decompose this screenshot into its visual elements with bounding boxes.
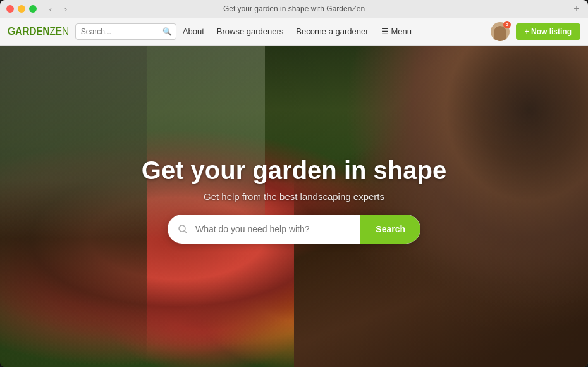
svg-line-1 <box>185 231 187 233</box>
nav-right: 5 + Now listing <box>491 22 580 41</box>
nav-become-gardener[interactable]: Become a gardener <box>296 27 368 36</box>
browser-navbar: GARDENZEN 🔍 About Browse gardeners Becom… <box>0 18 588 46</box>
site-logo[interactable]: GARDENZEN <box>8 26 69 37</box>
hero-search-bar: Search <box>168 215 420 244</box>
hero-search-button[interactable]: Search <box>360 215 420 244</box>
nav-arrows: ‹ › <box>44 4 72 14</box>
nav-menu[interactable]: ☰ Menu <box>381 27 412 36</box>
forward-arrow[interactable]: › <box>59 4 72 14</box>
nav-search-input[interactable] <box>75 23 176 40</box>
nav-search-wrap: 🔍 <box>75 23 176 40</box>
nav-browse-gardeners[interactable]: Browse gardeners <box>217 27 284 36</box>
nav-search-icon: 🔍 <box>162 27 172 36</box>
hero-search-input[interactable] <box>195 224 360 234</box>
maximize-button[interactable] <box>29 5 37 13</box>
hero-section: Get your garden in shape Get help from t… <box>0 46 588 367</box>
new-listing-button[interactable]: + Now listing <box>516 23 580 40</box>
hero-subtitle: Get help from the best landscaping exper… <box>204 191 384 202</box>
hero-title: Get your garden in shape <box>142 156 446 185</box>
minimize-button[interactable] <box>18 5 25 13</box>
notification-badge: 5 <box>503 21 511 28</box>
add-tab-button[interactable]: + <box>572 4 582 14</box>
nav-links: About Browse gardeners Become a gardener… <box>183 27 484 36</box>
close-button[interactable] <box>6 5 14 13</box>
traffic-lights <box>6 5 37 13</box>
menu-icon: ☰ <box>381 27 389 36</box>
logo-part2: ZEN <box>49 26 69 37</box>
hero-content: Get your garden in shape Get help from t… <box>0 46 588 367</box>
title-bar: ‹ › Get your garden in shape with Garden… <box>0 0 588 18</box>
user-avatar-wrap[interactable]: 5 <box>491 22 510 41</box>
logo-part1: GARDEN <box>8 26 49 37</box>
window: ‹ › Get your garden in shape with Garden… <box>0 0 588 367</box>
avatar-figure <box>494 26 506 41</box>
nav-about[interactable]: About <box>183 27 204 36</box>
hero-search-icon <box>168 224 195 234</box>
back-arrow[interactable]: ‹ <box>44 4 57 14</box>
nav-menu-label: Menu <box>391 27 412 36</box>
window-title: Get your garden in shape with GardenZen <box>223 4 365 13</box>
